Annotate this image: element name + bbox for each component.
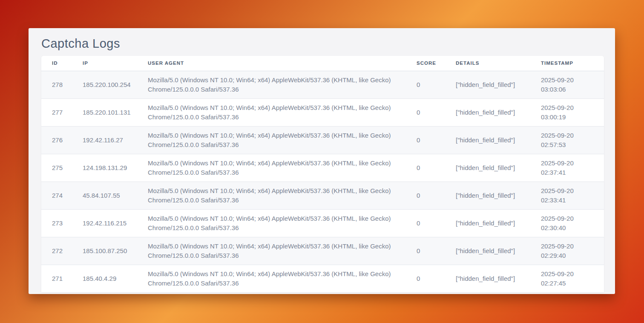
table-row: 276 192.42.116.27 Mozilla/5.0 (Windows N…: [41, 126, 604, 154]
user-agent-line: Chrome/125.0.0.0 Safari/537.36: [148, 113, 239, 121]
cell-user-agent: Mozilla/5.0 (Windows NT 10.0; Win64; x64…: [137, 126, 406, 154]
user-agent-line: Chrome/125.0.0.0 Safari/537.36: [148, 252, 239, 259]
cell-score: 0: [406, 154, 445, 182]
table-body: 278 185.220.100.254 Mozilla/5.0 (Windows…: [41, 71, 604, 292]
cell-details: ["hidden_field_filled"]: [445, 71, 530, 98]
cell-ip: 185.100.87.250: [72, 237, 137, 265]
cell-id: 272: [41, 237, 72, 265]
cell-details: ["hidden_field_filled"]: [445, 209, 530, 237]
cell-id: 276: [41, 126, 72, 154]
user-agent-line: Chrome/125.0.0.0 Safari/537.36: [148, 224, 239, 231]
column-header-user-agent: USER AGENT: [137, 56, 406, 71]
cell-ip: 192.42.116.215: [72, 209, 137, 237]
cell-score: 0: [406, 98, 445, 126]
cell-score: 0: [406, 182, 445, 209]
cell-ip: 185.220.100.254: [72, 71, 137, 98]
cell-id: 277: [41, 98, 72, 126]
cell-id: 278: [41, 71, 72, 98]
cell-timestamp: 2025-09-20 02:33:41: [530, 182, 604, 209]
cell-id: 274: [41, 182, 72, 209]
card-header: Captcha Logs: [29, 28, 615, 56]
cell-timestamp: 2025-09-20 02:57:53: [530, 126, 604, 154]
table-row: 274 45.84.107.55 Mozilla/5.0 (Windows NT…: [41, 182, 604, 209]
cell-details: ["hidden_field_filled"]: [445, 182, 530, 209]
cell-timestamp: 2025-09-20 03:00:19: [530, 98, 604, 126]
cell-ip: 45.84.107.55: [72, 182, 137, 209]
cell-score: 0: [406, 237, 445, 265]
cell-ip: 185.220.101.131: [72, 98, 137, 126]
cell-timestamp: 2025-09-20 02:29:40: [530, 237, 604, 265]
column-header-timestamp: TIMESTAMP: [530, 56, 604, 71]
cell-id: 271: [41, 265, 72, 292]
user-agent-line: Mozilla/5.0 (Windows NT 10.0; Win64; x64…: [148, 132, 391, 139]
column-header-ip: IP: [72, 56, 137, 71]
cell-score: 0: [406, 209, 445, 237]
user-agent-line: Chrome/125.0.0.0 Safari/537.36: [148, 196, 239, 204]
cell-timestamp: 2025-09-20 02:30:40: [530, 209, 604, 237]
table-row: 275 124.198.131.29 Mozilla/5.0 (Windows …: [41, 154, 604, 182]
user-agent-line: Chrome/125.0.0.0 Safari/537.36: [148, 280, 239, 287]
cell-user-agent: Mozilla/5.0 (Windows NT 10.0; Win64; x64…: [137, 265, 406, 292]
cell-score: 0: [406, 265, 445, 292]
cell-user-agent: Mozilla/5.0 (Windows NT 10.0; Win64; x64…: [137, 209, 406, 237]
cell-ip: 185.40.4.29: [72, 265, 137, 292]
cell-user-agent: Mozilla/5.0 (Windows NT 10.0; Win64; x64…: [137, 71, 406, 98]
cell-details: ["hidden_field_filled"]: [445, 265, 530, 292]
user-agent-line: Chrome/125.0.0.0 Safari/537.36: [148, 141, 239, 148]
user-agent-line: Chrome/125.0.0.0 Safari/537.36: [148, 169, 239, 176]
cell-details: ["hidden_field_filled"]: [445, 98, 530, 126]
page-title: Captcha Logs: [41, 37, 120, 51]
cell-details: ["hidden_field_filled"]: [445, 126, 530, 154]
cell-details: ["hidden_field_filled"]: [445, 154, 530, 182]
user-agent-line: Mozilla/5.0 (Windows NT 10.0; Win64; x64…: [148, 187, 391, 194]
logs-table-container: ID IP USER AGENT SCORE DETAILS TIMESTAMP…: [41, 56, 604, 292]
table-row: 271 185.40.4.29 Mozilla/5.0 (Windows NT …: [41, 265, 604, 292]
table-row: 272 185.100.87.250 Mozilla/5.0 (Windows …: [41, 237, 604, 265]
user-agent-line: Mozilla/5.0 (Windows NT 10.0; Win64; x64…: [148, 76, 391, 84]
cell-score: 0: [406, 126, 445, 154]
table-row: 278 185.220.100.254 Mozilla/5.0 (Windows…: [41, 71, 604, 98]
cell-user-agent: Mozilla/5.0 (Windows NT 10.0; Win64; x64…: [137, 237, 406, 265]
cell-id: 273: [41, 209, 72, 237]
table-header-row: ID IP USER AGENT SCORE DETAILS TIMESTAMP: [41, 56, 604, 71]
user-agent-line: Mozilla/5.0 (Windows NT 10.0; Win64; x64…: [148, 104, 391, 111]
cell-score: 0: [406, 71, 445, 98]
table-row: 277 185.220.101.131 Mozilla/5.0 (Windows…: [41, 98, 604, 126]
user-agent-line: Mozilla/5.0 (Windows NT 10.0; Win64; x64…: [148, 215, 391, 222]
cell-timestamp: 2025-09-20 03:03:06: [530, 71, 604, 98]
user-agent-line: Mozilla/5.0 (Windows NT 10.0; Win64; x64…: [148, 242, 391, 250]
table-row: 273 192.42.116.215 Mozilla/5.0 (Windows …: [41, 209, 604, 237]
cell-details: ["hidden_field_filled"]: [445, 237, 530, 265]
cell-ip: 124.198.131.29: [72, 154, 137, 182]
column-header-score: SCORE: [406, 56, 445, 71]
column-header-id: ID: [41, 56, 72, 71]
cell-user-agent: Mozilla/5.0 (Windows NT 10.0; Win64; x64…: [137, 154, 406, 182]
cell-timestamp: 2025-09-20 02:37:41: [530, 154, 604, 182]
cell-ip: 192.42.116.27: [72, 126, 137, 154]
user-agent-line: Chrome/125.0.0.0 Safari/537.36: [148, 86, 239, 93]
cell-user-agent: Mozilla/5.0 (Windows NT 10.0; Win64; x64…: [137, 182, 406, 209]
cell-user-agent: Mozilla/5.0 (Windows NT 10.0; Win64; x64…: [137, 98, 406, 126]
user-agent-line: Mozilla/5.0 (Windows NT 10.0; Win64; x64…: [148, 159, 391, 167]
cell-timestamp: 2025-09-20 02:27:45: [530, 265, 604, 292]
logs-table: ID IP USER AGENT SCORE DETAILS TIMESTAMP…: [41, 56, 604, 292]
captcha-logs-card: Captcha Logs ID IP USER AGENT SCORE DETA…: [29, 28, 615, 294]
column-header-details: DETAILS: [445, 56, 530, 71]
user-agent-line: Mozilla/5.0 (Windows NT 10.0; Win64; x64…: [148, 270, 391, 277]
cell-id: 275: [41, 154, 72, 182]
